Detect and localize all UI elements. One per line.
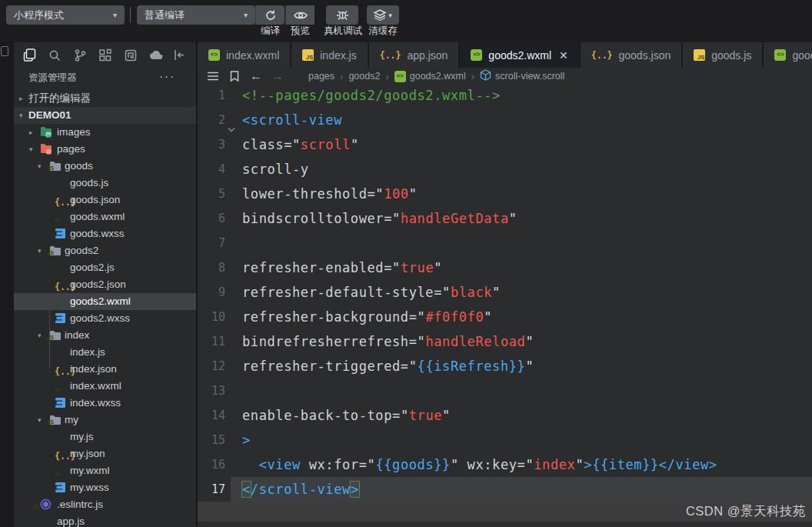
tab-goods.json[interactable]: {..}goods.json: [581, 42, 681, 68]
wxss-file-icon: [55, 399, 66, 411]
file-tree: ▸打开的编辑器▾DEMO01▸images▾pages▾goodsJSgoods…: [14, 90, 197, 527]
tree-item-goods2.wxml[interactable]: <>goods2.wxml: [14, 293, 197, 310]
tree-item-index[interactable]: ▾index: [14, 327, 197, 344]
tree-item-goods2[interactable]: ▾goods2: [14, 242, 197, 259]
tree-item-打开的编辑器[interactable]: ▸打开的编辑器: [14, 90, 197, 107]
device-debug-button[interactable]: [326, 5, 358, 25]
tree-item-.eslintrc.js[interactable]: .eslintrc.js: [14, 496, 197, 513]
top-toolbar: 小程序模式 ▾ 普通编译 ▾ ▾ 编译 预览 真机调试 清缓存: [0, 0, 812, 42]
code-line-10: 10refresher-background="#f0f0f0": [198, 305, 812, 329]
outline-list-icon[interactable]: [204, 68, 222, 84]
explorer-header: 资源管理器 ···: [14, 68, 197, 88]
tree-item-images[interactable]: ▸images: [14, 124, 197, 141]
tab-goods.js[interactable]: JSgoods.js: [683, 42, 762, 68]
tree-item-my[interactable]: ▾my: [14, 412, 197, 429]
tree-item-label: 打开的编辑器: [28, 90, 91, 107]
close-icon[interactable]: ✕: [559, 49, 568, 62]
watermark: CSDN @景天科技苑: [686, 503, 806, 520]
tab-index.wxml[interactable]: <>index.wxml: [198, 42, 290, 68]
search-icon[interactable]: [45, 45, 65, 65]
tree-item-goods2.json[interactable]: {..}goods2.json: [14, 276, 197, 293]
tree-item-app.js[interactable]: JSapp.js: [14, 513, 197, 527]
tree-item-goods[interactable]: ▾goods: [14, 158, 197, 175]
bookmark-icon[interactable]: [225, 68, 244, 84]
tree-item-goods.json[interactable]: {..}goods.json: [14, 192, 197, 208]
code-area[interactable]: 1<!--pages/goods2/goods2.wxml-->2<scroll…: [198, 83, 812, 527]
cloud-icon[interactable]: [146, 45, 166, 65]
tab-goods.wxml[interactable]: <>goods.wxml: [764, 42, 812, 68]
tree-item-goods.js[interactable]: JSgoods.js: [14, 175, 197, 192]
breadcrumb-separator: ›: [471, 71, 474, 82]
tree-item-label: index.wxss: [70, 395, 121, 412]
code-line-9: 9refresher-default-style="black": [198, 280, 812, 305]
breadcrumb-item-scroll-view.scroll[interactable]: scroll-view.scroll: [480, 69, 564, 83]
back-arrow-icon[interactable]: ←: [247, 68, 265, 84]
code-line-11: 11bindrefresherrefresh="handleReload": [198, 329, 812, 354]
chevron-right-icon[interactable]: ▸: [29, 124, 33, 141]
tab-app.json[interactable]: {..}app.json: [369, 42, 459, 68]
tree-item-my.json[interactable]: {..}my.json: [14, 445, 197, 462]
code-line-1: 1<!--pages/goods2/goods2.wxml-->: [198, 83, 812, 108]
code-line-3: 3class="scroll": [198, 132, 812, 157]
tree-item-my.js[interactable]: JSmy.js: [14, 429, 197, 445]
json-file-icon: {..}: [380, 49, 401, 62]
collapse-explorer-icon[interactable]: [169, 45, 189, 65]
tree-item-label: index.js: [70, 344, 105, 361]
tree-item-label: pages: [57, 141, 85, 158]
tree-item-label: goods.wxss: [70, 225, 125, 242]
tree-item-index.js[interactable]: JSindex.js: [14, 344, 197, 361]
preview-button[interactable]: [286, 5, 314, 25]
line-number: 11: [198, 329, 225, 354]
breadcrumb-item-pages[interactable]: pages: [308, 71, 334, 82]
tree-item-goods2.wxss[interactable]: goods2.wxss: [14, 310, 197, 327]
tree-item-label: my.json: [70, 445, 105, 462]
line-number: 4: [198, 157, 225, 182]
compile-button[interactable]: [256, 5, 285, 25]
tree-item-index.wxss[interactable]: index.wxss: [14, 395, 197, 412]
tree-item-label: goods2.wxml: [70, 293, 131, 310]
chevron-down-icon[interactable]: ▾: [19, 107, 23, 124]
tab-label: goods.json: [619, 49, 671, 62]
files-icon[interactable]: [19, 45, 39, 65]
tree-item-index.wxml[interactable]: <>index.wxml: [14, 378, 197, 395]
compile-mode-dropdown[interactable]: 普通编译 ▾: [137, 5, 255, 25]
tab-goods2.wxml[interactable]: <>goods2.wxml✕: [460, 42, 578, 68]
git-branch-icon[interactable]: [70, 45, 90, 65]
breadcrumb-item-goods2.wxml[interactable]: <>goods2.wxml: [394, 71, 466, 82]
breadcrumb-item-goods2[interactable]: goods2: [348, 71, 380, 82]
chevron-down-icon[interactable]: ▾: [38, 158, 42, 175]
symbol-cube-icon: [480, 69, 491, 83]
chevron-down-icon[interactable]: ▾: [29, 141, 33, 158]
tree-item-my.wxml[interactable]: <>my.wxml: [14, 462, 197, 479]
chevron-down-icon[interactable]: ▾: [38, 327, 42, 344]
chevron-down-icon[interactable]: ▾: [38, 242, 42, 259]
tree-item-my.wxss[interactable]: my.wxss: [14, 479, 197, 496]
wxss-file-icon: [55, 484, 66, 495]
tree-item-label: goods.js: [70, 175, 108, 192]
npm-panel-icon[interactable]: [121, 45, 141, 65]
tab-index.js[interactable]: JSindex.js: [291, 42, 367, 68]
tree-item-goods2.js[interactable]: JSgoods2.js: [14, 259, 197, 276]
more-actions-icon[interactable]: ···: [159, 69, 175, 82]
line-number: 17: [198, 477, 225, 502]
mode-dropdown[interactable]: 小程序模式 ▾: [6, 5, 125, 25]
tree-item-goods.wxss[interactable]: goods.wxss: [14, 225, 197, 242]
tree-item-label: index.wxml: [70, 378, 121, 395]
chevron-down-icon[interactable]: ▾: [38, 412, 42, 429]
chevron-right-icon[interactable]: ▸: [19, 90, 23, 107]
forward-arrow-icon[interactable]: →: [268, 68, 287, 84]
code-line-17: 17</scroll-view>: [198, 477, 812, 502]
tree-item-pages[interactable]: ▾pages: [14, 141, 197, 158]
line-number: 12: [198, 354, 225, 379]
tree-item-DEMO01[interactable]: ▾DEMO01: [14, 107, 197, 124]
line-number: 14: [198, 403, 225, 428]
clear-cache-button[interactable]: ▾: [367, 5, 399, 25]
tree-item-index.json[interactable]: {..}index.json: [14, 361, 197, 378]
wxml-file-icon: <>: [471, 49, 482, 61]
tree-item-goods.wxml[interactable]: <>goods.wxml: [14, 208, 197, 225]
tree-item-label: goods.json: [70, 192, 120, 208]
pages-folder-icon: [40, 145, 52, 157]
line-number: 5: [198, 182, 225, 206]
tree-item-label: my: [65, 412, 78, 429]
extensions-icon[interactable]: [95, 45, 115, 65]
